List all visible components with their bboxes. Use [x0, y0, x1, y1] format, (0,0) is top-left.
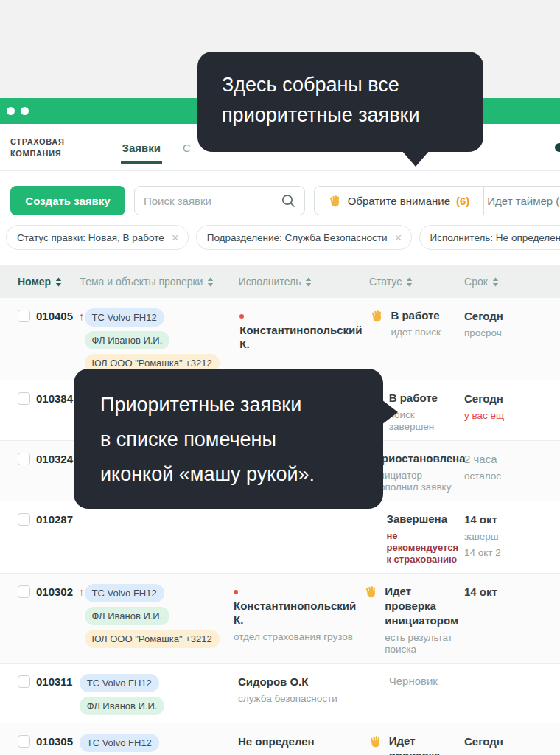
status-body: Приостановленаинициатор дополнил заявку [374, 451, 458, 493]
status-note: идет поиск [391, 327, 458, 338]
tooltip-line: в списке помечены [100, 422, 383, 457]
column-header-4[interactable]: Статус [369, 276, 464, 288]
column-header-3[interactable]: Исполнитель [239, 276, 369, 288]
table-row[interactable]: 010311ТС Volvo FH12ФЛ Иванов И.И.Сидоров… [0, 664, 560, 723]
object-tag: ФЛ Иванов И.И. [80, 697, 165, 715]
tooltip-line: приоритетные заявки [222, 100, 483, 131]
column-header-5[interactable]: Срок [464, 276, 560, 288]
status-note: есть результат поиска [385, 632, 458, 655]
search-input[interactable] [144, 195, 281, 207]
column-header-1[interactable]: Номер [18, 276, 80, 288]
red-dot-icon [239, 314, 244, 319]
tooltip-priority-rows: Приоритетные заявки в списке помечены ик… [74, 369, 383, 509]
wave-hand-icon [365, 584, 379, 655]
row-checkbox[interactable] [18, 392, 30, 405]
request-number: 010311 [36, 675, 72, 688]
cell-check-objects: ТС Volvo FH12ФЛ Иванов И.И.ЮЛ ООО "Ромаш… [85, 308, 240, 372]
row-checkbox[interactable] [18, 513, 30, 526]
row-checkbox[interactable] [18, 735, 30, 748]
search-box[interactable] [134, 186, 305, 215]
row-checkbox[interactable] [18, 585, 30, 598]
executor-department: служба безопасности [238, 693, 360, 705]
sort-icon [207, 277, 214, 287]
executor-department: отдел страхования грузов [234, 631, 356, 643]
object-tag: ТС Volvo FH12 [85, 584, 164, 602]
cell-term [464, 674, 560, 675]
status-label: Приостановлена [374, 451, 458, 466]
row-checkbox[interactable] [18, 310, 30, 322]
tooltip-line: иконкой «машу рукой». [100, 457, 383, 492]
search-icon[interactable] [281, 193, 295, 208]
tab-hidden[interactable]: С [181, 131, 192, 164]
status-body: В работеидет поиск [391, 308, 458, 338]
priority-up-icon: ↑ [79, 310, 85, 322]
object-tag: ФЛ Иванов И.И. [85, 331, 170, 349]
cell-term: 14 окт [464, 584, 560, 599]
cell-term: Сегоднпросроч [464, 308, 560, 339]
column-header-label: Статус [369, 276, 402, 288]
segment-attention-count: (6) [456, 195, 469, 207]
table-row[interactable]: 010305ТС Volvo FH12ФЛ Иванов И.И.Не опре… [0, 723, 560, 755]
column-header-label: Тема и объекты проверки [80, 276, 203, 288]
tooltip-line: Здесь собраны все [222, 70, 483, 100]
sort-icon [55, 277, 62, 287]
column-header-2[interactable]: Тема и объекты проверки [80, 276, 238, 288]
cell-executor: Сидоров О.Кслужба безопасности [238, 674, 369, 705]
segment-timer[interactable]: Идет таймер (4) [484, 187, 560, 215]
row-checkbox[interactable] [18, 453, 30, 465]
priority-up-icon: ↑ [79, 585, 85, 598]
object-tag: ЮЛ ООО "Ромашка" +3212 [85, 630, 220, 648]
status-note: поиск завершен [389, 409, 458, 433]
close-icon[interactable]: × [172, 232, 179, 244]
filter-chip-status[interactable]: Статус правки: Новая, В работе × [6, 225, 189, 250]
cell-executor [237, 512, 367, 512]
executor-name: Не определен [238, 734, 360, 748]
cell-number: 010405↑ [18, 308, 85, 322]
request-number: 010302 [36, 585, 73, 598]
status-label: Идет проверка инициатором [385, 584, 458, 628]
status-body: Идет проверкапоиск завершен [389, 734, 458, 755]
status-icon-slot [366, 512, 381, 566]
close-icon[interactable]: × [395, 232, 402, 244]
filter-chip-department[interactable]: Подразделение: Служба Безопасности × [196, 225, 412, 250]
tab-requests[interactable]: Заявки [121, 131, 162, 164]
window-dot-icon [7, 107, 15, 115]
status-body: Завершенане рекомендуется к страхованию [386, 512, 458, 566]
row-checkbox[interactable] [18, 675, 30, 688]
status-body: Черновик [389, 674, 458, 689]
cell-executor: Константинопольский К.отдел страхования … [234, 584, 365, 643]
tooltip-tail-down [402, 150, 430, 167]
object-tag: ТС Volvo FH12 [85, 308, 164, 327]
term-main: Сегодн [464, 309, 560, 323]
cell-check-objects: ТС Volvo FH12ФЛ Иванов И.И. [80, 674, 238, 715]
object-tag: ТС Volvo FH12 [80, 734, 159, 752]
status-label: В работе [389, 391, 458, 406]
request-number: 010324 [36, 453, 73, 465]
table-header-row: НомерТема и объекты проверкиИсполнительС… [0, 265, 560, 298]
request-number: 010405 [36, 310, 73, 322]
cell-term: 2 часаосталос [464, 451, 560, 482]
term-main: 14 окт [464, 512, 560, 526]
cell-term: Сегодну вас ещ [464, 391, 560, 422]
cell-check-objects: ТС Volvo FH12ФЛ Иванов И.И. [80, 734, 238, 755]
executor-name: Сидоров О.К [238, 675, 360, 689]
wave-hand-icon [371, 308, 385, 338]
table-row[interactable]: 010302↑ТС Volvo FH12ФЛ Иванов И.И.ЮЛ ООО… [0, 574, 560, 664]
term-main: Сегодн [464, 392, 560, 406]
status-label: В работе [391, 308, 458, 323]
cell-executor: Константинопольский К. [239, 308, 371, 351]
status-label: Завершена [386, 512, 458, 526]
segment-attention[interactable]: Обратите внимание (6) [315, 187, 484, 215]
cell-status: Черновик [369, 674, 464, 689]
create-request-button[interactable]: Создать заявку [10, 186, 125, 215]
status-label: Черновик [389, 674, 458, 689]
object-tag: ФЛ Иванов И.И. [85, 607, 170, 625]
filter-chip-label: Подразделение: Служба Безопасности [207, 232, 388, 243]
filter-chip-executor[interactable]: Исполнитель: Не определен × [419, 225, 560, 250]
table-row[interactable]: 010287Завершенане рекомендуется к страхо… [0, 501, 560, 574]
term-main: Сегодн [464, 734, 560, 748]
cell-executor: Не определен [238, 734, 369, 748]
status-icon-slot [369, 674, 384, 689]
term-note: осталос [464, 470, 560, 482]
header-partial-icon[interactable] [555, 143, 560, 152]
